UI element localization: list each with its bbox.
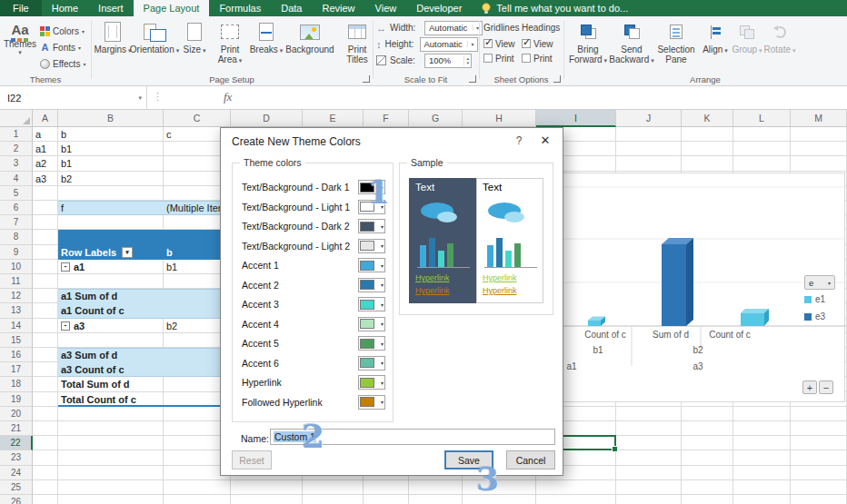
theme-color-dropdown-12[interactable]: ▾ xyxy=(358,395,385,410)
width-combo[interactable]: Automatic▾ xyxy=(424,21,483,35)
column-header-M[interactable]: M xyxy=(791,110,847,127)
group-button[interactable]: Group ▾ xyxy=(732,18,762,55)
cell-C1[interactable]: c xyxy=(166,127,172,142)
cell-B17[interactable]: a3 Count of c xyxy=(61,362,125,377)
filter-icon[interactable] xyxy=(122,247,133,258)
spinner-arrows-icon[interactable]: ▴▾ xyxy=(463,56,471,65)
row-header-14[interactable]: 14 xyxy=(0,319,33,333)
size-button[interactable]: Size ▾ xyxy=(178,18,211,55)
row-header-22[interactable]: 22 xyxy=(0,436,33,450)
cell-B4[interactable]: b2 xyxy=(61,172,72,186)
formula-input[interactable] xyxy=(247,86,847,109)
collapse-icon[interactable]: - xyxy=(61,321,70,331)
column-header-I[interactable]: I xyxy=(536,110,616,127)
collapse-field-button[interactable]: − xyxy=(819,380,833,394)
row-header-18[interactable]: 18 xyxy=(0,377,33,391)
row-header-24[interactable]: 24 xyxy=(0,466,33,480)
insert-function-icon[interactable]: fx xyxy=(224,90,232,104)
tab-insert[interactable]: Insert xyxy=(88,0,134,16)
effects-button[interactable]: Effects ▾ xyxy=(40,56,85,71)
row-header-23[interactable]: 23 xyxy=(0,450,33,465)
column-header-E[interactable]: E xyxy=(303,110,364,127)
scale-spinner[interactable]: 100%▴▾ xyxy=(424,54,472,68)
tab-home[interactable]: Home xyxy=(42,0,88,16)
row-header-8[interactable]: 8 xyxy=(0,230,33,244)
send-backward-button[interactable]: SendBackward ▾ xyxy=(611,18,653,65)
tab-developer[interactable]: Developer xyxy=(406,0,472,16)
sample-hyperlink[interactable]: Hyperlink xyxy=(483,273,517,282)
column-header-F[interactable]: F xyxy=(364,110,409,127)
column-header-H[interactable]: H xyxy=(463,110,536,127)
tell-me-box[interactable]: Tell me what you want to do... xyxy=(472,0,637,16)
row-header-26[interactable]: 26 xyxy=(0,495,33,504)
theme-color-dropdown-9[interactable]: ▾ xyxy=(358,336,385,351)
expand-field-button[interactable]: + xyxy=(802,380,817,394)
row-header-6[interactable]: 6 xyxy=(0,201,33,215)
theme-color-dropdown-11[interactable]: ▾ xyxy=(358,375,385,390)
theme-color-dropdown-8[interactable]: ▾ xyxy=(358,317,385,331)
row-header-4[interactable]: 4 xyxy=(0,172,33,186)
theme-color-dropdown-10[interactable]: ▾ xyxy=(358,356,385,371)
breaks-button[interactable]: Breaks ▾ xyxy=(249,18,284,55)
cell-B2[interactable]: b1 xyxy=(61,142,72,156)
rotate-button[interactable]: Rotate ▾ xyxy=(763,18,796,55)
print-area-button[interactable]: PrintArea ▾ xyxy=(211,18,249,65)
cell-B16[interactable]: a3 Sum of d xyxy=(61,348,117,362)
cell-B1[interactable]: b xyxy=(61,127,66,142)
cell-C14[interactable]: b2 xyxy=(166,319,177,333)
row-header-2[interactable]: 2 xyxy=(0,142,33,156)
row-header-25[interactable]: 25 xyxy=(0,480,33,495)
theme-color-dropdown-6[interactable]: ▾ xyxy=(358,278,385,292)
align-button[interactable]: Align ▾ xyxy=(700,18,731,55)
reset-button[interactable]: Reset xyxy=(232,450,272,469)
column-header-A[interactable]: A xyxy=(33,110,58,127)
sheet-options-dialog-launcher-icon[interactable] xyxy=(553,75,561,83)
name-box-dropdown-icon[interactable]: ▾ xyxy=(138,94,142,102)
theme-color-dropdown-7[interactable]: ▾ xyxy=(358,297,385,311)
column-header-C[interactable]: C xyxy=(164,110,231,127)
row-header-7[interactable]: 7 xyxy=(0,215,33,230)
row-header-10[interactable]: 10 xyxy=(0,260,33,274)
cell-B6[interactable]: f xyxy=(61,201,64,215)
tab-page-layout[interactable]: Page Layout xyxy=(134,0,210,16)
pivot-field-button-e[interactable]: e▾ xyxy=(804,275,835,290)
help-button[interactable]: ? xyxy=(512,134,526,147)
cell-A4[interactable]: a3 xyxy=(35,172,46,186)
cell-B14[interactable]: -a3 xyxy=(61,319,85,333)
column-header-K[interactable]: K xyxy=(682,110,733,127)
formula-bar-handle[interactable]: ⋮ xyxy=(153,91,163,103)
headings-view-checkbox[interactable]: View xyxy=(522,36,560,51)
column-header-J[interactable]: J xyxy=(616,110,682,127)
cell-B12[interactable]: a1 Sum of d xyxy=(61,289,117,303)
theme-color-dropdown-5[interactable]: ▾ xyxy=(358,258,385,272)
column-header-D[interactable]: D xyxy=(231,110,303,127)
cell-B3[interactable]: b1 xyxy=(61,156,72,171)
cell-B10[interactable]: -a1 xyxy=(61,260,85,274)
close-icon[interactable]: ✕ xyxy=(537,133,553,147)
row-header-20[interactable]: 20 xyxy=(0,407,33,421)
cell-A1[interactable]: a xyxy=(35,127,41,142)
sample-followed-hyperlink[interactable]: Hyperlink xyxy=(483,286,517,295)
cell-B19[interactable]: Total Count of c xyxy=(61,392,136,407)
row-header-13[interactable]: 13 xyxy=(0,303,33,318)
gridlines-view-checkbox[interactable]: View xyxy=(483,36,519,51)
collapse-icon[interactable]: - xyxy=(61,262,70,272)
column-header-B[interactable]: B xyxy=(58,110,164,127)
cell-B18[interactable]: Total Sum of d xyxy=(61,377,130,391)
row-header-16[interactable]: 16 xyxy=(0,348,33,362)
row-header-15[interactable]: 15 xyxy=(0,333,33,348)
row-header-12[interactable]: 12 xyxy=(0,289,33,303)
column-header-L[interactable]: L xyxy=(733,110,791,127)
sample-followed-hyperlink[interactable]: Hyperlink xyxy=(415,286,450,295)
orientation-button[interactable]: Orientation ▾ xyxy=(131,18,178,55)
tab-formulas[interactable]: Formulas xyxy=(209,0,271,16)
row-header-11[interactable]: 11 xyxy=(0,274,33,289)
margins-button[interactable]: Margins ▾ xyxy=(95,18,131,55)
sample-hyperlink[interactable]: Hyperlink xyxy=(415,273,450,282)
headings-print-checkbox[interactable]: Print xyxy=(522,51,560,65)
theme-color-dropdown-4[interactable]: ▾ xyxy=(358,239,385,253)
row-header-3[interactable]: 3 xyxy=(0,156,33,171)
scale-to-fit-dialog-launcher-icon[interactable] xyxy=(469,75,476,83)
print-titles-button[interactable]: PrintTitles xyxy=(338,18,376,64)
fonts-button[interactable]: A Fonts ▾ xyxy=(40,40,81,54)
